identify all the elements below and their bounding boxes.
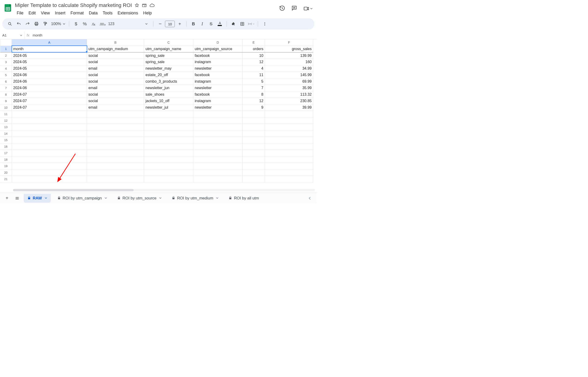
cell[interactable]: email [87,65,144,72]
paint-format-icon[interactable] [41,20,49,28]
font-size-decrease[interactable]: − [156,20,164,28]
cell[interactable]: instagram [193,78,242,85]
cell[interactable] [144,111,193,117]
cell[interactable]: 9 [242,104,265,111]
cell[interactable] [265,124,313,130]
cell[interactable] [265,156,313,163]
star-icon[interactable] [134,3,139,8]
formula-bar[interactable]: month [32,33,43,37]
row-header[interactable]: 3 [0,59,12,65]
undo-icon[interactable] [15,20,23,28]
cell[interactable]: 11 [242,72,265,78]
cell[interactable] [87,124,144,130]
cell[interactable] [144,143,193,150]
row-header[interactable]: 19 [0,163,12,169]
chevron-down-icon[interactable] [216,197,218,200]
cell[interactable]: 8 [242,91,265,98]
row-header[interactable]: 7 [0,85,12,91]
menu-file[interactable]: File [14,10,26,16]
cell[interactable]: facebook [193,52,242,59]
sheet-scroll-left[interactable] [305,194,315,203]
cell[interactable] [87,150,144,156]
italic-icon[interactable]: I [198,20,206,28]
cell[interactable]: 139.99 [265,52,313,59]
cell[interactable]: 12 [242,98,265,104]
spreadsheet-grid[interactable]: ABCDEF1monthutm_campaign_mediumutm_campa… [0,39,313,182]
cell[interactable]: 2024-07 [12,98,87,104]
percent-icon[interactable]: % [81,20,89,28]
cell[interactable] [12,137,87,143]
cell[interactable] [193,111,242,117]
cell[interactable] [144,169,193,176]
cell[interactable]: 160 [265,59,313,65]
menu-insert[interactable]: Insert [53,10,68,16]
meet-icon[interactable] [303,6,312,12]
row-header[interactable]: 16 [0,143,12,150]
cell[interactable] [144,117,193,124]
cell[interactable] [265,176,313,182]
add-sheet-button[interactable]: + [2,194,12,203]
col-header-D[interactable]: D [193,39,242,46]
doc-title[interactable]: Mipler Template to calculate Shopify mar… [14,2,132,8]
cell[interactable] [12,143,87,150]
cell[interactable] [144,137,193,143]
cell[interactable] [193,163,242,169]
cell[interactable]: newsletter [193,104,242,111]
cell[interactable] [193,137,242,143]
menu-edit[interactable]: Edit [26,10,38,16]
sheet-tab[interactable]: ROI by utm_campaign [54,194,111,203]
cell[interactable]: newsletter [193,85,242,91]
cell[interactable]: instagram [193,59,242,65]
cell[interactable]: 12 [242,59,265,65]
cell[interactable]: 2024-06 [12,72,87,78]
currency-icon[interactable]: $ [72,20,80,28]
cell[interactable]: utm_campaign_medium [87,46,144,52]
cell[interactable]: social [87,98,144,104]
sheets-logo-icon[interactable] [3,3,12,12]
row-header[interactable]: 18 [0,156,12,163]
cell[interactable] [12,150,87,156]
cell[interactable] [265,150,313,156]
cell[interactable]: 2024-06 [12,78,87,85]
horizontal-scrollbar[interactable] [13,189,315,192]
move-icon[interactable] [142,3,147,8]
cell[interactable] [87,111,144,117]
cell[interactable]: 7 [242,85,265,91]
cell[interactable]: gross_sales [265,46,313,52]
cell[interactable] [87,143,144,150]
cell[interactable]: 39.99 [265,104,313,111]
row-header[interactable]: 5 [0,72,12,78]
cell[interactable]: 2024-07 [12,104,87,111]
cell[interactable] [242,169,265,176]
cell[interactable]: orders [242,46,265,52]
decrease-decimal-icon[interactable]: .0 [90,20,97,28]
name-box[interactable]: A1 [0,33,24,37]
cell[interactable]: 10 [242,52,265,59]
cell[interactable] [193,150,242,156]
cell[interactable] [242,143,265,150]
print-icon[interactable] [33,20,40,28]
cell[interactable] [242,124,265,130]
cell[interactable] [87,130,144,137]
cell[interactable]: facebook [193,72,242,78]
cell[interactable]: spring_sale [144,59,193,65]
cell[interactable]: 5 [242,78,265,85]
cell[interactable] [193,169,242,176]
cell[interactable] [265,137,313,143]
cell[interactable] [193,117,242,124]
col-header-F[interactable]: F [265,39,313,46]
zoom-select[interactable]: 100% [50,22,66,26]
chevron-down-icon[interactable] [159,197,161,200]
cell[interactable]: utm_campaign_source [193,46,242,52]
col-header-E[interactable]: E [242,39,265,46]
row-header[interactable]: 10 [0,104,12,111]
cell[interactable] [144,163,193,169]
cell[interactable] [144,176,193,182]
cell[interactable]: facebook [193,91,242,98]
menu-format[interactable]: Format [68,10,86,16]
cell[interactable] [193,143,242,150]
cell[interactable]: jackets_10_off [144,98,193,104]
menu-view[interactable]: View [38,10,52,16]
cell[interactable]: social [87,52,144,59]
col-header-B[interactable]: B [87,39,144,46]
